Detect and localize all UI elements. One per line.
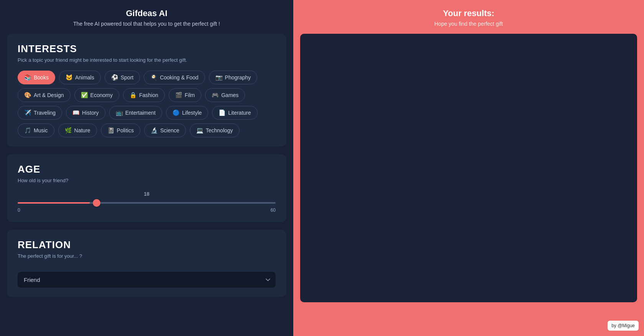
tag-science[interactable]: 🔬Science	[144, 124, 186, 137]
tag-animals[interactable]: 🐱Animals	[59, 71, 101, 84]
interests-subtitle: Pick a topic your friend might be intere…	[18, 57, 276, 63]
age-max: 60	[271, 208, 276, 213]
books-emoji: 📚	[24, 74, 31, 81]
tag-history[interactable]: 📖History	[66, 106, 105, 120]
nature-emoji: 🌿	[65, 127, 72, 134]
relation-select[interactable]: FriendPartnerParentSiblingChildColleague	[18, 272, 276, 288]
games-label: Games	[221, 92, 238, 98]
books-label: Books	[34, 74, 49, 81]
literature-emoji: 📄	[219, 109, 226, 116]
history-emoji: 📖	[72, 109, 80, 116]
history-label: History	[82, 110, 99, 116]
art-emoji: 🎨	[24, 92, 31, 99]
tag-nature[interactable]: 🌿Nature	[58, 124, 97, 137]
economy-emoji: ✅	[81, 92, 88, 99]
results-subtitle: Hope you find the perfect gift	[434, 21, 503, 27]
technology-emoji: 💻	[196, 127, 204, 134]
app-subtitle: The free AI powered tool that helps you …	[73, 21, 220, 27]
tag-art[interactable]: 🎨Art & Design	[18, 88, 71, 102]
animals-emoji: 🐱	[66, 74, 73, 81]
fashion-label: Fashion	[139, 92, 158, 98]
entertainment-label: Entertaiment	[125, 110, 156, 116]
tag-entertainment[interactable]: 📺Entertaiment	[109, 106, 162, 120]
sport-emoji: ⚽	[111, 74, 118, 81]
sport-label: Sport	[121, 74, 133, 81]
tag-games[interactable]: 🎮Games	[205, 88, 245, 102]
animals-label: Animals	[75, 74, 94, 81]
age-min: 0	[18, 208, 20, 213]
relation-title: RELATION	[18, 239, 276, 251]
interests-title: INTERESTS	[18, 43, 276, 55]
technology-label: Technology	[206, 127, 233, 133]
film-emoji: 🎬	[175, 92, 182, 99]
watermark: by @Migue	[608, 321, 639, 331]
photography-emoji: 📷	[215, 74, 223, 81]
tag-sport[interactable]: ⚽Sport	[105, 71, 140, 84]
photography-label: Phography	[225, 74, 251, 81]
relation-subtitle: The perfect gift is for your... ?	[18, 253, 276, 259]
politics-label: Politics	[117, 127, 134, 133]
tags-container: 📚Books🐱Animals⚽Sport🍳Cooking & Food📷Phog…	[18, 71, 276, 137]
science-emoji: 🔬	[151, 127, 158, 134]
economy-label: Economy	[90, 92, 113, 98]
nature-label: Nature	[74, 127, 90, 133]
interests-card: INTERESTS Pick a topic your friend might…	[7, 34, 286, 147]
music-label: Music	[34, 127, 48, 133]
age-title: AGE	[18, 163, 276, 175]
music-emoji: 🎵	[24, 127, 31, 134]
tag-cooking[interactable]: 🍳Cooking & Food	[144, 71, 205, 84]
science-label: Science	[160, 127, 179, 133]
art-label: Art & Design	[34, 92, 64, 98]
cooking-emoji: 🍳	[150, 74, 158, 81]
entertainment-emoji: 📺	[116, 109, 123, 116]
tag-literature[interactable]: 📄Literature	[212, 106, 257, 120]
tag-lifestyle[interactable]: 🔵Lifestyle	[166, 106, 208, 120]
tag-traveling[interactable]: ✈️Traveling	[18, 106, 62, 120]
cooking-label: Cooking & Food	[160, 74, 198, 81]
left-panel: Gifdeas AI The free AI powered tool that…	[0, 0, 293, 336]
age-card: AGE How old is your friend? 18 0 60	[7, 154, 286, 222]
relation-card: RELATION The perfect gift is for your...…	[7, 230, 286, 297]
results-card	[300, 34, 637, 302]
literature-label: Literature	[228, 110, 251, 116]
lifestyle-emoji: 🔵	[172, 109, 180, 116]
tag-photography[interactable]: 📷Phography	[209, 71, 258, 84]
right-header: Your results: Hope you find the perfect …	[427, 0, 511, 34]
age-subtitle: How old is your friend?	[18, 178, 276, 183]
fashion-emoji: 🔒	[130, 92, 137, 99]
games-emoji: 🎮	[212, 92, 219, 99]
lifestyle-label: Lifestyle	[182, 110, 202, 116]
tag-fashion[interactable]: 🔒Fashion	[123, 88, 165, 102]
tag-technology[interactable]: 💻Technology	[190, 124, 240, 137]
politics-emoji: 📓	[107, 127, 115, 134]
tag-politics[interactable]: 📓Politics	[101, 124, 140, 137]
age-value: 18	[144, 191, 149, 197]
tag-books[interactable]: 📚Books	[18, 71, 55, 84]
age-slider[interactable]	[18, 202, 276, 204]
tag-music[interactable]: 🎵Music	[18, 124, 54, 137]
traveling-label: Traveling	[34, 110, 56, 116]
left-header: Gifdeas AI The free AI powered tool that…	[66, 0, 228, 34]
film-label: Film	[185, 92, 195, 98]
right-panel: Your results: Hope you find the perfect …	[293, 0, 644, 336]
tag-economy[interactable]: ✅Economy	[74, 88, 119, 102]
tag-film[interactable]: 🎬Film	[169, 88, 201, 102]
app-title: Gifdeas AI	[73, 8, 220, 18]
results-title: Your results:	[434, 8, 503, 18]
traveling-emoji: ✈️	[24, 109, 31, 116]
